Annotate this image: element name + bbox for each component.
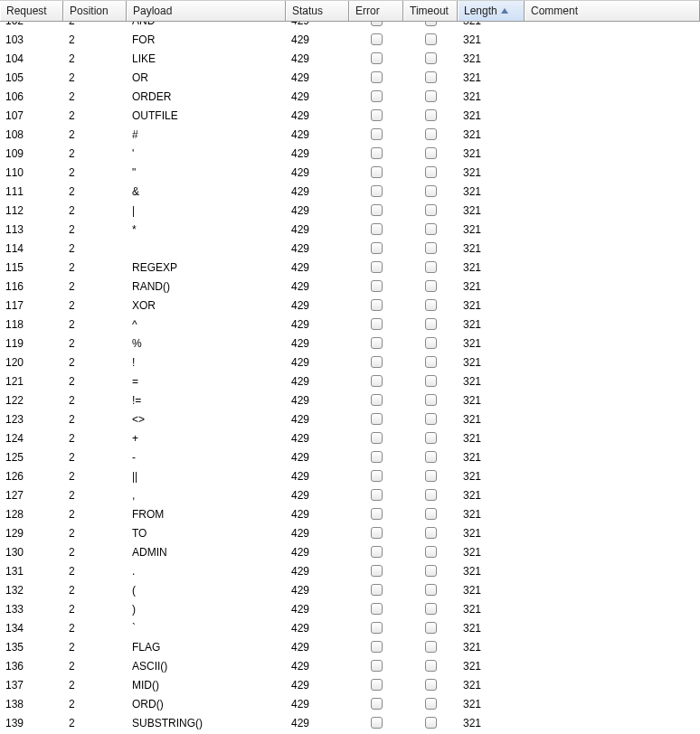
cell-error-checkbox[interactable]	[371, 394, 383, 406]
cell-timeout-checkbox[interactable]	[425, 508, 437, 520]
cell-error-checkbox[interactable]	[371, 242, 383, 254]
table-row[interactable]: 1292TO429321	[0, 523, 700, 542]
column-header-request[interactable]: Request	[0, 1, 63, 21]
cell-error-checkbox[interactable]	[371, 451, 383, 463]
cell-error-checkbox[interactable]	[371, 280, 383, 292]
table-row[interactable]: 1302ADMIN429321	[0, 542, 700, 561]
cell-timeout-checkbox[interactable]	[425, 394, 437, 406]
cell-error-checkbox[interactable]	[371, 318, 383, 330]
cell-error-checkbox[interactable]	[371, 679, 383, 691]
table-row[interactable]: 1062ORDER429321	[0, 87, 700, 106]
table-row[interactable]: 1252-429321	[0, 447, 700, 466]
table-row[interactable]: 1332)429321	[0, 599, 700, 618]
cell-error-checkbox[interactable]	[371, 527, 383, 539]
table-body-viewport[interactable]: 1022AND4293211032FOR4293211042LIKE429321…	[0, 22, 700, 734]
cell-timeout-checkbox[interactable]	[425, 375, 437, 387]
column-header-comment[interactable]: Comment	[525, 1, 700, 21]
cell-timeout-checkbox[interactable]	[425, 698, 437, 710]
table-row[interactable]: 1222!=429321	[0, 391, 700, 409]
cell-timeout-checkbox[interactable]	[425, 52, 437, 64]
cell-timeout-checkbox[interactable]	[425, 128, 437, 140]
table-row[interactable]: 1392SUBSTRING()429321	[0, 713, 700, 732]
table-row[interactable]: 1092'429321	[0, 144, 700, 163]
cell-error-checkbox[interactable]	[371, 546, 383, 558]
table-row[interactable]: 1372MID()429321	[0, 675, 700, 694]
table-row[interactable]: 1342`429321	[0, 618, 700, 637]
cell-timeout-checkbox[interactable]	[425, 489, 437, 501]
table-row[interactable]: 1212=429321	[0, 372, 700, 391]
table-row[interactable]: 1142429321	[0, 239, 700, 258]
cell-timeout-checkbox[interactable]	[425, 147, 437, 159]
table-row[interactable]: 1032FOR429321	[0, 30, 700, 49]
cell-error-checkbox[interactable]	[371, 223, 383, 235]
cell-timeout-checkbox[interactable]	[425, 717, 437, 729]
column-header-payload[interactable]: Payload	[127, 1, 286, 21]
cell-error-checkbox[interactable]	[371, 622, 383, 634]
table-row[interactable]: 1232<>429321	[0, 409, 700, 428]
cell-error-checkbox[interactable]	[371, 432, 383, 444]
table-row[interactable]: 1152REGEXP429321	[0, 258, 700, 277]
cell-timeout-checkbox[interactable]	[425, 432, 437, 444]
cell-error-checkbox[interactable]	[371, 470, 383, 482]
cell-error-checkbox[interactable]	[371, 204, 383, 216]
cell-timeout-checkbox[interactable]	[425, 71, 437, 83]
cell-timeout-checkbox[interactable]	[425, 546, 437, 558]
table-row[interactable]: 1122|429321	[0, 201, 700, 220]
cell-error-checkbox[interactable]	[371, 375, 383, 387]
cell-timeout-checkbox[interactable]	[425, 299, 437, 311]
table-row[interactable]: 1262||429321	[0, 466, 700, 485]
table-row[interactable]: 1352FLAG429321	[0, 637, 700, 656]
table-row[interactable]: 1242+429321	[0, 428, 700, 447]
cell-timeout-checkbox[interactable]	[425, 337, 437, 349]
cell-error-checkbox[interactable]	[371, 603, 383, 615]
cell-error-checkbox[interactable]	[371, 71, 383, 83]
cell-error-checkbox[interactable]	[371, 717, 383, 729]
cell-timeout-checkbox[interactable]	[425, 641, 437, 653]
table-row[interactable]: 1192%429321	[0, 334, 700, 353]
table-row[interactable]: 1162RAND()429321	[0, 277, 700, 296]
cell-timeout-checkbox[interactable]	[425, 280, 437, 292]
cell-error-checkbox[interactable]	[371, 698, 383, 710]
table-row[interactable]: 1202!429321	[0, 353, 700, 372]
cell-error-checkbox[interactable]	[371, 22, 383, 26]
cell-timeout-checkbox[interactable]	[425, 109, 437, 121]
cell-error-checkbox[interactable]	[371, 33, 383, 45]
cell-timeout-checkbox[interactable]	[425, 527, 437, 539]
cell-timeout-checkbox[interactable]	[425, 413, 437, 425]
cell-error-checkbox[interactable]	[371, 413, 383, 425]
column-header-timeout[interactable]: Timeout	[403, 1, 458, 21]
cell-error-checkbox[interactable]	[371, 52, 383, 64]
table-row[interactable]: 1022AND429321	[0, 22, 700, 30]
cell-error-checkbox[interactable]	[371, 641, 383, 653]
cell-timeout-checkbox[interactable]	[425, 451, 437, 463]
cell-timeout-checkbox[interactable]	[425, 603, 437, 615]
column-header-status[interactable]: Status	[286, 1, 349, 21]
cell-error-checkbox[interactable]	[371, 337, 383, 349]
cell-error-checkbox[interactable]	[371, 660, 383, 672]
table-row[interactable]: 1072OUTFILE429321	[0, 106, 700, 125]
cell-error-checkbox[interactable]	[371, 584, 383, 596]
table-row[interactable]: 1102"429321	[0, 163, 700, 182]
table-row[interactable]: 1052OR429321	[0, 68, 700, 87]
table-row[interactable]: 1082#429321	[0, 125, 700, 144]
cell-timeout-checkbox[interactable]	[425, 356, 437, 368]
cell-timeout-checkbox[interactable]	[425, 223, 437, 235]
cell-error-checkbox[interactable]	[371, 261, 383, 273]
cell-timeout-checkbox[interactable]	[425, 204, 437, 216]
cell-error-checkbox[interactable]	[371, 109, 383, 121]
cell-timeout-checkbox[interactable]	[425, 565, 437, 577]
cell-error-checkbox[interactable]	[371, 185, 383, 197]
cell-error-checkbox[interactable]	[371, 166, 383, 178]
table-row[interactable]: 1182^429321	[0, 315, 700, 334]
cell-timeout-checkbox[interactable]	[425, 242, 437, 254]
cell-timeout-checkbox[interactable]	[425, 166, 437, 178]
table-row[interactable]: 1132*429321	[0, 220, 700, 239]
cell-timeout-checkbox[interactable]	[425, 22, 437, 26]
cell-error-checkbox[interactable]	[371, 299, 383, 311]
table-row[interactable]: 1382ORD()429321	[0, 694, 700, 713]
cell-error-checkbox[interactable]	[371, 508, 383, 520]
cell-timeout-checkbox[interactable]	[425, 584, 437, 596]
column-header-error[interactable]: Error	[349, 1, 403, 21]
cell-timeout-checkbox[interactable]	[425, 33, 437, 45]
cell-error-checkbox[interactable]	[371, 356, 383, 368]
